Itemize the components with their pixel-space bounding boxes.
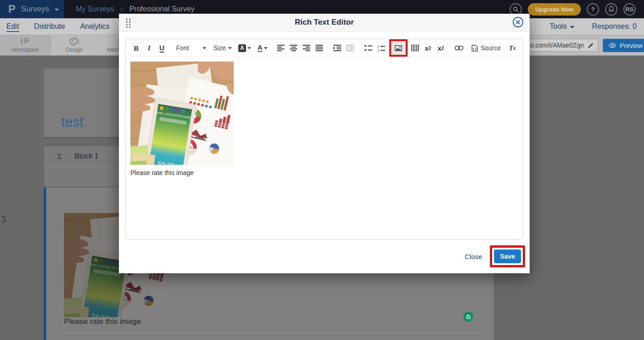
underline-label: U — [160, 44, 165, 53]
chevron-down-icon — [264, 47, 268, 49]
annotation-box-image-button — [389, 39, 408, 57]
avatar[interactable]: RS — [623, 3, 636, 16]
tab-analytics[interactable]: Analytics — [80, 22, 109, 31]
rich-text-editor: B I U Font Size A A — [125, 39, 523, 239]
outdent-icon — [346, 45, 354, 51]
superscript-small: 2 — [441, 46, 444, 51]
annotation-box-save-button: Save — [490, 245, 525, 267]
numbered-list-icon: 12 — [377, 45, 385, 52]
share-url-text: o.com/t/AMae0Zgn — [530, 42, 584, 49]
app-window: P Surveys My Surveys › Professional Surv… — [0, 0, 644, 340]
chevron-down-icon — [54, 9, 59, 11]
tools-menu[interactable]: Tools — [550, 22, 574, 31]
question-caption[interactable]: Please rate this image — [64, 317, 141, 326]
question-divider — [63, 333, 484, 333]
background-color-button[interactable]: A — [238, 44, 251, 52]
breadcrumb: My Surveys › Professional Survey — [76, 5, 194, 13]
underline-button[interactable]: U — [157, 42, 167, 54]
insert-image-button[interactable] — [392, 42, 405, 54]
ribbon-item-workspace[interactable]: Workspace — [0, 35, 51, 55]
justify-icon — [316, 45, 323, 51]
survey-title[interactable]: test — [61, 114, 83, 130]
tab-edit-label: Edit — [6, 22, 19, 32]
text-color-letter: A — [258, 44, 263, 52]
subscript-button[interactable]: x2 — [423, 42, 433, 54]
bold-button[interactable]: B — [131, 42, 141, 54]
editor-caption-text[interactable]: Please rate this image — [130, 169, 518, 176]
close-button[interactable]: Close — [465, 253, 482, 260]
align-center-button[interactable] — [289, 42, 299, 54]
remove-format-small: x — [513, 46, 516, 51]
product-switcher[interactable]: P Surveys — [0, 0, 64, 18]
help-button[interactable]: ? — [587, 3, 599, 16]
outdent-button[interactable] — [345, 42, 355, 54]
editor-toolbar: B I U Font Size A A — [126, 39, 523, 57]
breadcrumb-separator: › — [121, 5, 123, 13]
link-icon — [455, 46, 463, 50]
close-icon — [515, 20, 521, 25]
inserted-image[interactable] — [130, 61, 234, 165]
eye-icon — [609, 43, 616, 48]
align-left-button[interactable] — [276, 42, 286, 54]
drag-handle-icon[interactable] — [125, 18, 131, 28]
indent-icon — [333, 45, 341, 51]
superscript-base: x — [438, 44, 441, 52]
upgrade-now-button[interactable]: Upgrade Now — [528, 3, 581, 16]
numbered-list-button[interactable]: 12 — [376, 42, 386, 54]
source-icon — [472, 45, 478, 52]
italic-button[interactable]: I — [144, 42, 154, 54]
preview-button[interactable]: Preview — [603, 39, 644, 52]
tab-distribute-label: Distribute — [34, 22, 65, 30]
source-label: Source — [481, 44, 501, 52]
edit-pencil-icon[interactable] — [588, 42, 594, 48]
chevron-down-icon — [247, 47, 251, 49]
remove-format-button[interactable]: Tx — [507, 42, 517, 54]
rich-text-editor-modal: Rich Text Editor B I U Font Size A — [119, 14, 530, 273]
font-dropdown[interactable]: Font — [176, 44, 206, 52]
bulleted-list-button[interactable] — [364, 42, 374, 54]
ribbon-item-design[interactable]: Design — [50, 35, 98, 55]
notifications-button[interactable] — [605, 3, 617, 16]
workspace-icon — [20, 37, 30, 46]
modal-close-button[interactable] — [513, 17, 523, 27]
justify-button[interactable] — [314, 42, 324, 54]
editor-content-area[interactable]: Please rate this image — [126, 57, 523, 239]
table-icon — [411, 45, 419, 51]
superscript-button[interactable]: x2 — [436, 42, 446, 54]
responses-count: Responses: 0 — [592, 22, 637, 31]
collapse-block-icon[interactable] — [56, 153, 63, 160]
ribbon-workspace-label: Workspace — [11, 47, 39, 53]
chevron-down-icon — [570, 26, 574, 28]
align-right-icon — [303, 45, 310, 51]
bell-icon — [608, 6, 614, 12]
question-number: 3 — [1, 214, 6, 225]
save-button[interactable]: Save — [494, 250, 521, 263]
subscript-base: x — [425, 44, 429, 52]
modal-title: Rich Text Editor — [295, 18, 354, 27]
svg-text:2: 2 — [377, 49, 379, 52]
tab-edit[interactable]: Edit — [6, 22, 19, 31]
align-left-icon — [277, 45, 284, 51]
indent-button[interactable] — [333, 42, 343, 54]
sub-nav-right: Tools Responses: 0 — [550, 22, 644, 31]
size-dropdown[interactable]: Size — [214, 44, 232, 52]
insert-link-button[interactable] — [454, 42, 464, 54]
font-dropdown-label: Font — [176, 44, 189, 52]
subscript-small: 2 — [429, 46, 431, 51]
align-right-button[interactable] — [301, 42, 311, 54]
modal-header: Rich Text Editor — [119, 14, 530, 32]
breadcrumb-my-surveys[interactable]: My Surveys — [76, 5, 114, 13]
breadcrumb-current: Professional Survey — [129, 5, 194, 13]
ribbon-design-label: Design — [66, 47, 83, 53]
preview-label: Preview — [620, 42, 643, 49]
text-color-button[interactable]: A — [258, 44, 268, 52]
tab-analytics-label: Analytics — [80, 22, 109, 30]
remove-format-base: T — [509, 44, 513, 52]
insert-table-button[interactable] — [410, 42, 420, 54]
tab-distribute[interactable]: Distribute — [34, 22, 65, 31]
size-dropdown-label: Size — [214, 44, 226, 52]
svg-text:1: 1 — [377, 45, 379, 48]
product-name: Surveys — [21, 5, 49, 14]
grammarly-icon[interactable]: G — [463, 312, 473, 322]
source-button[interactable]: Source — [472, 44, 501, 52]
